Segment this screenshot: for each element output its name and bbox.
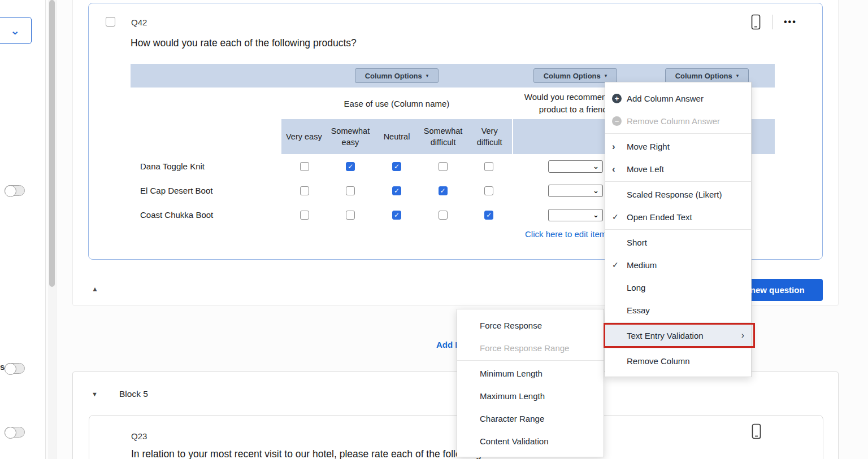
menu-item-label: Scaled Response (Likert) xyxy=(627,190,722,199)
menu-item-scaled-response[interactable]: Scaled Response (Likert) xyxy=(605,183,751,206)
chevron-right-icon: › xyxy=(612,142,615,151)
matrix-checkbox[interactable] xyxy=(300,211,309,220)
matrix-checkbox[interactable] xyxy=(439,186,448,195)
menu-item-move-right[interactable]: › Move Right xyxy=(605,135,751,158)
sidebar-toggle-2[interactable] xyxy=(5,363,25,374)
empty-cell xyxy=(131,88,281,119)
column-options-label: Column Options xyxy=(544,72,601,80)
left-sidebar: ⌄ s xyxy=(0,0,46,459)
menu-item-character-range[interactable]: Character Range xyxy=(457,407,604,430)
menu-item-label: Short xyxy=(627,238,647,247)
row-label[interactable]: Coast Chukka Boot xyxy=(131,210,281,220)
menu-item-remove-column-answer: − Remove Column Answer xyxy=(605,110,751,132)
row-label[interactable]: Dana Toggle Knit xyxy=(131,161,281,171)
matrix-checkbox[interactable] xyxy=(484,211,493,220)
menu-item-force-response-range: Force Response Range xyxy=(457,336,604,359)
sidebar-dropdown[interactable]: ⌄ xyxy=(0,17,32,44)
row-label[interactable]: El Cap Desert Boot xyxy=(131,186,281,195)
scale-label[interactable]: Neutral xyxy=(374,119,419,154)
matrix-checkbox[interactable] xyxy=(392,211,401,220)
column-options-button-1[interactable]: Column Options ▾ xyxy=(355,68,439,83)
menu-item-long[interactable]: Long xyxy=(605,276,751,299)
recommend-select[interactable]: ⌄ xyxy=(548,185,603,197)
check-icon: ✓ xyxy=(612,213,619,221)
question-id: Q23 xyxy=(131,431,147,441)
menu-item-minimum-length[interactable]: Minimum Length xyxy=(457,362,604,384)
select-caret-icon: ⌄ xyxy=(593,163,599,170)
menu-divider xyxy=(605,133,751,134)
chevron-left-icon: ‹ xyxy=(612,164,615,174)
select-caret-icon: ⌄ xyxy=(593,211,599,218)
validation-submenu: Force Response Force Response Range Mini… xyxy=(457,309,604,457)
sidebar-toggle-1[interactable] xyxy=(5,185,25,196)
matrix-checkbox[interactable] xyxy=(439,211,448,220)
matrix-checkbox[interactable] xyxy=(346,162,355,171)
mobile-preview-icon[interactable] xyxy=(752,423,761,439)
column-options-label: Column Options xyxy=(365,72,422,80)
menu-item-remove-column[interactable]: Remove Column xyxy=(605,349,751,372)
menu-item-open-ended-text[interactable]: ✓ Open Ended Text xyxy=(605,206,751,228)
matrix-checkbox[interactable] xyxy=(300,162,309,171)
recommend-select[interactable]: ⌄ xyxy=(548,209,603,221)
collapse-block-icon[interactable]: ▲ xyxy=(92,285,98,293)
plus-circle-icon: + xyxy=(612,94,622,103)
menu-item-move-left[interactable]: ‹ Move Left xyxy=(605,158,751,180)
more-options-icon[interactable]: ••• xyxy=(784,17,797,27)
question-text[interactable]: How would you rate each of the following… xyxy=(131,37,357,49)
header-separator xyxy=(772,15,773,29)
column-options-button-3[interactable]: Column Options ▾ xyxy=(665,68,749,83)
scrollbar-thumb[interactable] xyxy=(49,0,55,287)
mobile-preview-icon[interactable] xyxy=(751,14,761,30)
menu-item-label: Text Entry Validation xyxy=(627,331,704,340)
edit-items-link[interactable]: Click here to edit items xyxy=(525,229,611,239)
scale-label[interactable]: Very difficult xyxy=(467,119,512,154)
menu-item-force-response[interactable]: Force Response xyxy=(457,314,604,336)
block-title[interactable]: Block 5 xyxy=(119,389,148,399)
question-id: Q42 xyxy=(131,18,147,27)
select-caret-icon: ⌄ xyxy=(593,187,599,194)
menu-item-label: Move Right xyxy=(627,142,670,151)
check-icon: ✓ xyxy=(612,261,619,269)
menu-item-short[interactable]: Short xyxy=(605,231,751,253)
question-card-q23: Q23 In relation to your most recent visi… xyxy=(89,415,823,459)
menu-item-label: Essay xyxy=(627,305,650,315)
menu-divider xyxy=(605,348,751,348)
matrix-checkbox[interactable] xyxy=(484,186,493,195)
question-text[interactable]: In relation to your most recent visit to… xyxy=(131,448,484,459)
menu-item-text-entry-validation[interactable]: Text Entry Validation › xyxy=(605,324,751,347)
column-options-button-2[interactable]: Column Options ▾ xyxy=(533,68,617,83)
matrix-checkbox[interactable] xyxy=(484,162,493,171)
submenu-chevron-icon: › xyxy=(741,330,744,340)
menu-divider xyxy=(457,360,604,361)
menu-divider xyxy=(605,229,751,230)
column-options-menu: + Add Column Answer − Remove Column Answ… xyxy=(605,82,752,377)
scale-label[interactable]: Very easy xyxy=(281,119,327,154)
collapse-block-icon[interactable]: ▼ xyxy=(92,391,98,397)
matrix-checkbox[interactable] xyxy=(346,211,355,220)
menu-item-essay[interactable]: Essay xyxy=(605,299,751,321)
menu-item-label: Medium xyxy=(627,260,657,270)
column-group-1-title[interactable]: Ease of use (Column name) xyxy=(281,88,512,119)
menu-item-medium[interactable]: ✓ Medium xyxy=(605,253,751,276)
menu-item-maximum-length[interactable]: Maximum Length xyxy=(457,384,604,407)
menu-item-add-column-answer[interactable]: + Add Column Answer xyxy=(605,87,751,110)
matrix-checkbox[interactable] xyxy=(392,162,401,171)
matrix-checkbox[interactable] xyxy=(346,186,355,195)
vertical-scrollbar[interactable] xyxy=(48,0,57,459)
scale-label[interactable]: Somewhat difficult xyxy=(419,119,467,154)
scale-label[interactable]: Somewhat easy xyxy=(327,119,375,154)
sidebar-partial-label: s xyxy=(0,362,5,371)
menu-item-content-validation[interactable]: Content Validation xyxy=(457,430,604,452)
chevron-down-icon: ⌄ xyxy=(10,25,20,36)
question-select-checkbox[interactable] xyxy=(106,17,115,27)
recommend-select[interactable]: ⌄ xyxy=(548,160,603,173)
menu-item-label: Move Left xyxy=(627,164,664,174)
caret-down-icon: ▾ xyxy=(736,73,739,78)
matrix-checkbox[interactable] xyxy=(300,186,309,195)
menu-item-label: Add Column Answer xyxy=(627,94,704,103)
matrix-checkbox[interactable] xyxy=(439,162,448,171)
sidebar-toggle-3[interactable] xyxy=(5,427,25,438)
block-5-container: ▼ Block 5 Q23 In relation to your most r… xyxy=(72,371,839,459)
empty-cell xyxy=(131,119,281,154)
matrix-checkbox[interactable] xyxy=(392,186,401,195)
